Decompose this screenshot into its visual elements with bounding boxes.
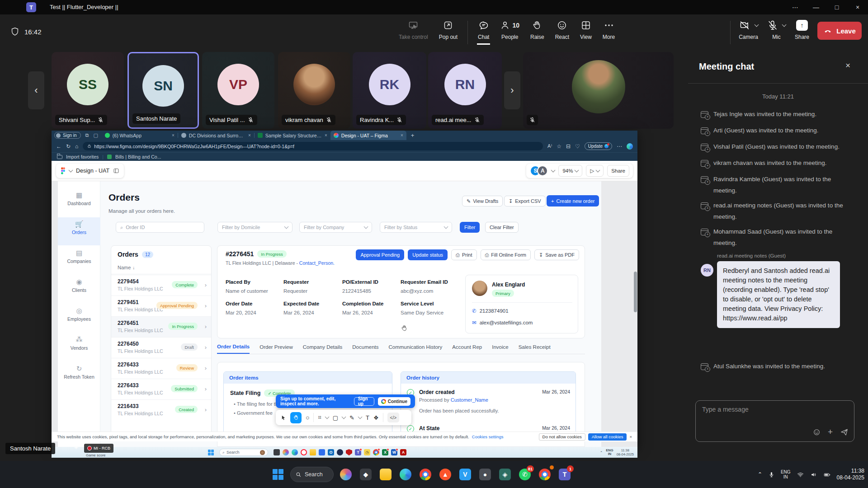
close-tab-icon[interactable]: × xyxy=(172,133,175,138)
new-tab-button[interactable]: + xyxy=(411,132,415,139)
sidebar-item-employees[interactable]: ◎Employees xyxy=(58,308,100,322)
leave-button[interactable]: Leave xyxy=(817,22,862,40)
favorites-star-icon[interactable]: ☆ xyxy=(557,143,561,150)
move-tool-icon[interactable] xyxy=(280,414,286,421)
view-button[interactable]: View xyxy=(579,17,593,45)
sidebar-item-dashboard[interactable]: ▦Dashboard xyxy=(58,192,100,206)
settings-dots-icon[interactable]: ⋯ xyxy=(617,143,622,150)
file-explorer-icon[interactable] xyxy=(378,467,393,482)
order-row[interactable]: 2276450TL Flex Holdings LLC Draft› xyxy=(111,337,211,358)
collaborator-avatar[interactable]: A xyxy=(537,165,548,176)
order-row[interactable]: 2279454TL Flex Holdings LLC Complete› xyxy=(111,275,211,296)
participant-tile-active-speaker[interactable]: SN Santosh Narate xyxy=(127,52,199,129)
close-tab-icon[interactable]: × xyxy=(401,133,403,138)
share-button[interactable]: ↑ Share xyxy=(794,17,810,45)
pop-out-button[interactable]: Pop out xyxy=(438,17,458,45)
deny-cookies-button[interactable]: Do not allow cookies xyxy=(539,433,585,441)
comment-tool-icon[interactable]: ○ xyxy=(306,414,309,421)
tab-order-details[interactable]: Order Details xyxy=(217,344,250,354)
export-csv-button[interactable]: ↧Export CSV xyxy=(504,196,546,206)
bookmark-import[interactable]: Import favorites xyxy=(66,154,99,160)
browser-tab-excel[interactable]: Sample Salary Structure with calc × xyxy=(255,131,330,140)
bookmark-bills[interactable]: Bills | Billing and Co... xyxy=(115,154,161,160)
copilot-icon[interactable] xyxy=(338,467,354,482)
clock[interactable]: 11:3808-04-2025 xyxy=(837,468,864,481)
window-minimize-button[interactable]: — xyxy=(806,0,826,14)
collections-icon[interactable]: ⊟ xyxy=(566,143,571,150)
collaborators-chevron[interactable] xyxy=(551,168,556,173)
participant-tile[interactable]: SS Shivani Sup... xyxy=(52,52,124,129)
layout-panels-icon[interactable] xyxy=(113,168,119,174)
dev-mode-toggle[interactable]: </> xyxy=(387,413,399,422)
refresh-icon[interactable]: ↻ xyxy=(66,143,71,150)
tab-sales-receipt[interactable]: Sales Receipt xyxy=(519,344,551,353)
tab-account-rep[interactable]: Account Rep xyxy=(452,344,482,353)
scroll-right-button[interactable]: › xyxy=(504,71,520,109)
participant-tile[interactable]: RN read.ai mee... xyxy=(428,52,502,129)
more-button[interactable]: More xyxy=(602,17,616,45)
tab-company-details[interactable]: Company Details xyxy=(303,344,343,353)
figma-file-menu[interactable]: Design - UAT xyxy=(56,164,124,178)
camera-options-chevron[interactable] xyxy=(755,23,759,27)
sidebar-item-vendors[interactable]: ⁂Vendors xyxy=(58,337,100,351)
chrome-icon[interactable] xyxy=(418,467,433,482)
participant-tile[interactable]: VP Vishal Patil ... xyxy=(202,52,274,129)
tray-mic-icon[interactable] xyxy=(768,471,775,478)
close-tab-icon[interactable]: × xyxy=(248,133,251,138)
wifi-icon[interactable] xyxy=(797,471,804,478)
sidebar-item-clients[interactable]: ◉Clients xyxy=(58,279,100,293)
order-row-selected[interactable]: 2276451TL Flex Holdings LLC In Progress› xyxy=(111,316,211,337)
chat-button[interactable]: Chat xyxy=(477,17,490,45)
print-button[interactable]: ⎙Print xyxy=(451,249,476,260)
read-aloud-icon[interactable]: A⁾ xyxy=(547,143,552,149)
workspaces-icon[interactable]: ⧉ xyxy=(85,132,89,138)
url-field[interactable]: https://www.figma.com/design/9BKQ0FOHRWa… xyxy=(83,142,543,150)
view-drafts-button[interactable]: ✎View Drafts xyxy=(462,196,503,206)
save-as-pdf-button[interactable]: ↧Save as PDF xyxy=(534,249,579,260)
google-continue-button[interactable]: Continue xyxy=(378,397,410,406)
app-icon[interactable]: ◈ xyxy=(497,467,513,482)
browser-update-button[interactable]: Update xyxy=(585,142,612,150)
pen-tool-icon[interactable]: ✎ xyxy=(349,414,354,421)
vscode-icon[interactable]: V xyxy=(458,467,473,482)
close-tab-icon[interactable]: × xyxy=(325,133,327,138)
update-status-button[interactable]: Update status xyxy=(408,249,448,260)
filter-company-select[interactable]: Filter by Company xyxy=(299,222,372,233)
browser-scrollbar[interactable] xyxy=(634,272,637,312)
taskbar-search[interactable]: Search xyxy=(290,467,334,482)
zoom-select[interactable]: 94% xyxy=(558,165,582,177)
react-button[interactable]: React xyxy=(554,17,570,45)
tab-documents[interactable]: Documents xyxy=(352,344,378,353)
figma-share-button[interactable]: Share xyxy=(607,165,629,177)
participant-tile-large[interactable] xyxy=(523,52,674,129)
game-score-widget[interactable]: MI - RCB xyxy=(84,444,113,453)
whatsapp-icon[interactable]: ✆ 81 xyxy=(517,467,533,482)
presenter-add-button[interactable]: + xyxy=(74,444,81,451)
edge-icon[interactable] xyxy=(398,467,413,482)
people-button[interactable]: 10 People xyxy=(499,17,520,45)
participant-tile[interactable]: vikram chavan xyxy=(278,52,350,129)
sidebar-item-orders[interactable]: 🛒Orders xyxy=(58,221,100,235)
order-row[interactable]: 2216433TL Flex Holdings LLC Created› xyxy=(111,399,211,420)
tab-actions-icon[interactable]: ▢ xyxy=(93,132,98,138)
volume-icon[interactable] xyxy=(810,471,817,478)
teams-icon[interactable]: T 1 xyxy=(557,467,572,482)
present-button[interactable]: ▷ xyxy=(586,165,604,177)
allow-cookies-button[interactable]: Allow all cookies xyxy=(588,433,627,441)
approval-pending-button[interactable]: Approval Pending xyxy=(356,249,404,260)
sort-header[interactable]: Name xyxy=(118,265,131,270)
window-maximize-button[interactable]: □ xyxy=(826,0,847,14)
sidebar-item-refresh-token[interactable]: ↻Refresh Token xyxy=(58,366,100,380)
text-tool-icon[interactable]: T xyxy=(366,414,369,421)
sign-up-button[interactable]: Sign up xyxy=(354,397,374,406)
order-row[interactable]: 2276433TL Flex Holdings LLC Review› xyxy=(111,358,211,379)
tab-order-preview[interactable]: Order Preview xyxy=(259,344,293,353)
filter-domicile-select[interactable]: Filter by Domicile xyxy=(217,222,292,233)
browser-tab-figma-active[interactable]: Design - UAT – Figma × xyxy=(330,131,406,140)
favorites-heart-icon[interactable]: ♡ xyxy=(575,143,580,150)
back-icon[interactable]: ← xyxy=(56,143,61,150)
filter-status-select[interactable]: Filter by Status xyxy=(380,222,452,233)
window-close-button[interactable]: × xyxy=(847,0,868,14)
order-row[interactable]: 2276433TL Flex Holdings LLC Submitted› xyxy=(111,379,211,399)
order-row[interactable]: 2279451TL Flex Holdings LLC Approval Pen… xyxy=(111,296,211,316)
